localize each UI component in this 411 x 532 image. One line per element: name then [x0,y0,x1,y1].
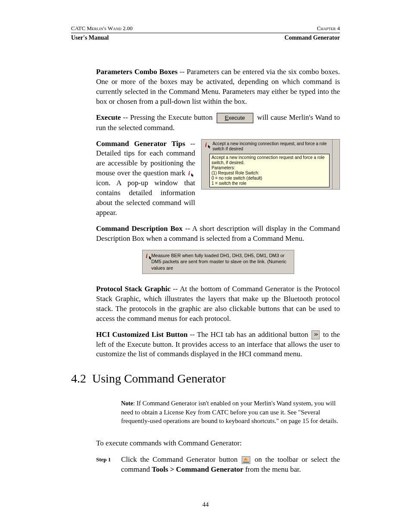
scrollbar[interactable] [332,140,339,189]
step-1-after: from the menu bar. [243,465,301,473]
para-tips: Command Generator Tips -- Detailed tips … [96,139,195,218]
para-hci: HCI Customized List Button -- The HCI ta… [96,330,340,360]
para-cmddesc-label: Command Description Box [96,224,183,233]
header-rule [71,33,340,33]
para-hci-label: HCI Customized List Button [96,330,187,339]
header-bottom: User's Manual Command Generator [71,34,340,41]
header-left: User's Manual [71,34,109,41]
para-combo-label: Parameters Combo Boxes [96,68,177,76]
para-execute-label: Execute [96,113,121,121]
note: Note: If Command Generator isn't enabled… [121,399,340,425]
info-icon[interactable]: i [188,170,194,178]
header-product: CATC Merlin's Wand 2.00 [71,25,133,32]
note-text: : If Command Generator isn't enabled on … [121,400,338,424]
para-cmddesc: Command Description Box -- A short descr… [96,224,340,244]
para-proto-label: Protocol Stack Graphic [96,285,171,293]
double-arrow-button[interactable]: >> [311,330,320,339]
para-hci-before: -- The HCI tab has an additional button [187,330,310,339]
para-proto: Protocol Stack Graphic -- At the bottom … [96,284,340,324]
tooltip-title: Accept a new incoming connection request… [212,141,329,152]
section-num: 4.2 [71,372,86,385]
tooltip-body: Accept a new incoming connection request… [209,154,330,187]
execute-button[interactable]: Execute [217,113,253,123]
section-title: Using Command Generator [92,372,226,385]
intro-line: To execute commands with Command Generat… [96,439,340,448]
para-execute-before: -- Pressing the Execute button [121,113,215,121]
step-1: Step 1 Click the Command Generator butto… [96,454,340,475]
command-generator-icon[interactable] [242,456,250,464]
info-icon: i [205,141,210,149]
header-chapter: Chapter 4 [317,25,340,32]
info-icon[interactable]: i [146,252,149,260]
note-label: Note [121,400,133,407]
tooltip-screenshot: i Accept a new incoming connection reque… [201,139,340,218]
step-1-before: Click the Command Generator button [121,455,241,464]
para-tips-after: icon. A pop-up window that contains deta… [96,179,195,217]
para-combo: Parameters Combo Boxes -- Parameters can… [96,67,340,107]
page-number: 44 [0,501,411,508]
para-tips-label: Command Generator Tips [96,140,185,148]
header-top: CATC Merlin's Wand 2.00 Chapter 4 [71,25,340,32]
description-box: i Measure BER when fully loaded DH1, DH3… [142,250,294,274]
para-execute: Execute -- Pressing the Execute button E… [96,113,340,133]
description-box-text: Measure BER when fully loaded DH1, DH3, … [151,252,290,271]
header-right: Command Generator [284,34,340,41]
step-1-menu: Tools > Command Generator [152,465,243,473]
step-1-label: Step 1 [96,454,116,464]
section-heading: 4.2 Using Command Generator [71,370,340,387]
